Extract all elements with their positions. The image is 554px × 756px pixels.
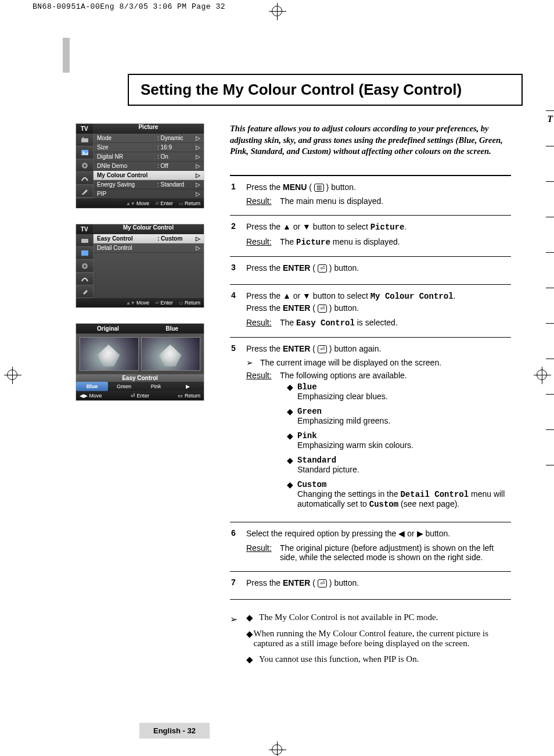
preview-image-original	[80, 337, 139, 371]
page-title: Setting the My Colour Control (Easy Cont…	[128, 74, 523, 106]
option-name: Custom	[297, 480, 511, 489]
osd-row: Detail Control▷	[93, 243, 204, 253]
osd-easycontrol-preview: Original Blue Easy Control Blue Green Pi…	[75, 323, 204, 401]
page-footer: English - 32	[139, 723, 523, 739]
ec-option-more: ▶	[172, 382, 204, 391]
result-label: Result:	[246, 543, 280, 562]
step: 5 Press the ENTER ( ⏎ ) button again. ➢T…	[230, 337, 511, 522]
step: 7 Press the ENTER ( ⏎ ) button.	[230, 571, 511, 600]
enter-keyword: ENTER	[283, 303, 310, 313]
osd-hint-enter: Enter	[155, 300, 173, 306]
result-label: Result:	[246, 318, 280, 328]
svg-rect-7	[81, 239, 88, 243]
step: 2 Press the ▲ or ▼ button to select Pict…	[230, 215, 511, 256]
option-name: Standard	[297, 456, 511, 465]
text: .	[405, 222, 407, 231]
diamond-bullet-icon: ◆	[246, 654, 259, 665]
diamond-bullet-icon: ◆	[287, 431, 297, 450]
enter-keyword: ENTER	[283, 263, 310, 273]
osd-hint-enter: Enter	[155, 200, 173, 206]
picture-icon	[76, 247, 93, 260]
note-item: ◆When running the My Colour Control feat…	[246, 629, 511, 648]
osd-title: Picture	[93, 124, 204, 134]
result-label: Result:	[246, 196, 280, 206]
diamond-bullet-icon: ◆	[287, 382, 297, 401]
page-number: English - 32	[139, 723, 210, 739]
notes-block: ➢ ◆The My Color Control is not available…	[230, 612, 511, 671]
osd-hint-return: Return	[179, 200, 200, 206]
text: Press the ▲ or ▼ button to select	[246, 291, 370, 300]
result-text: The original picture (before adjustment)…	[280, 543, 511, 562]
note-text: The current image will be displayed on t…	[260, 358, 441, 367]
ec-hint-return: Return	[178, 393, 200, 399]
diamond-bullet-icon: ◆	[246, 629, 254, 648]
result-text: The main menu is displayed.	[280, 196, 383, 206]
sound-icon	[76, 159, 93, 172]
margin-grey-bar	[63, 38, 70, 73]
option-item: ◆BlueEmphasizing clear blues.	[287, 382, 511, 401]
svg-rect-0	[81, 138, 88, 142]
note-text: The My Color Control is not available in…	[259, 612, 438, 623]
osd-row-spacer	[93, 253, 204, 286]
text: ) button.	[327, 263, 359, 273]
setup-icon	[76, 185, 93, 198]
result-text: The Picture menu is displayed.	[280, 237, 400, 247]
option-desc: Emphasizing clear blues.	[297, 392, 388, 401]
step-number: 2	[230, 221, 246, 249]
text: Press the	[246, 182, 283, 192]
svg-point-5	[84, 164, 86, 167]
ec-option: Pink	[140, 382, 172, 391]
osd-title: My Colour Control	[93, 224, 204, 234]
step-number: 6	[230, 528, 246, 564]
text: ) button.	[324, 182, 356, 192]
text: (	[310, 263, 317, 273]
enter-button-icon: ⏎	[318, 264, 327, 273]
osd-row: Mode: Dynamic▷	[93, 134, 204, 143]
menu-button-icon: ▥	[314, 184, 324, 192]
step: 6 Select the required option by pressing…	[230, 522, 511, 571]
osd-row: Digital NR: On▷	[93, 152, 204, 162]
osd-mycolour-menu: TV My Colour Control Easy Control: Custo…	[75, 224, 204, 308]
option-item: ◆CustomChanging the settings in the Deta…	[287, 480, 511, 509]
step: 1 Press the MENU ( ▥ ) button. Result:Th…	[230, 175, 511, 216]
enter-button-icon: ⏎	[318, 304, 327, 313]
result-text: The Easy Control is selected.	[280, 318, 398, 328]
note-arrow-icon: ➢	[230, 612, 246, 671]
svg-rect-6	[82, 194, 84, 195]
option-item: ◆PinkEmphasizing warm skin colours.	[287, 431, 511, 450]
option-name: Blue	[297, 382, 511, 392]
text: .	[454, 291, 456, 300]
enter-keyword: ENTER	[283, 344, 310, 353]
diamond-bullet-icon: ◆	[246, 612, 259, 623]
intro-paragraph: This feature allows you to adjust colour…	[230, 123, 511, 157]
note-item: ◆The My Color Control is not available i…	[246, 612, 511, 623]
step-text: Select the required option by pressing t…	[246, 528, 511, 540]
preview-image-adjusted	[141, 337, 200, 371]
ec-option: Blue	[76, 382, 108, 391]
enter-button-icon: ⏎	[318, 345, 327, 353]
menu-keyword: MENU	[283, 182, 307, 192]
option-name: Green	[297, 407, 511, 416]
note-text: When running the My Colour Control featu…	[254, 629, 512, 648]
option-desc: Changing the settings in the Detail Cont…	[297, 489, 505, 508]
osd-row: Size: 16:9▷	[93, 143, 204, 152]
keyword: My Colour Control	[370, 292, 454, 301]
text: (	[307, 182, 314, 192]
text: Press the	[246, 344, 283, 353]
input-icon	[76, 134, 93, 146]
steps-list: 1 Press the MENU ( ▥ ) button. Result:Th…	[230, 175, 511, 600]
step: 4 Press the ▲ or ▼ button to select My C…	[230, 284, 511, 336]
step-number: 5	[230, 343, 246, 515]
text: Press the	[246, 263, 283, 273]
diamond-bullet-icon: ◆	[287, 407, 297, 425]
osd-hint-move: Move	[126, 300, 149, 306]
diamond-bullet-icon: ◆	[287, 480, 297, 509]
step-number: 3	[230, 263, 246, 278]
preview-band-label: Easy Control	[76, 374, 204, 382]
result-label: Result:	[246, 237, 280, 247]
ec-hint-move: Move	[80, 393, 102, 399]
input-icon	[76, 234, 93, 247]
osd-row-selected: My Colour Control▷	[93, 171, 204, 180]
option-desc: Emphasizing warm skin colours.	[297, 440, 413, 450]
osd-row: Energy Saving: Standard▷	[93, 180, 204, 189]
